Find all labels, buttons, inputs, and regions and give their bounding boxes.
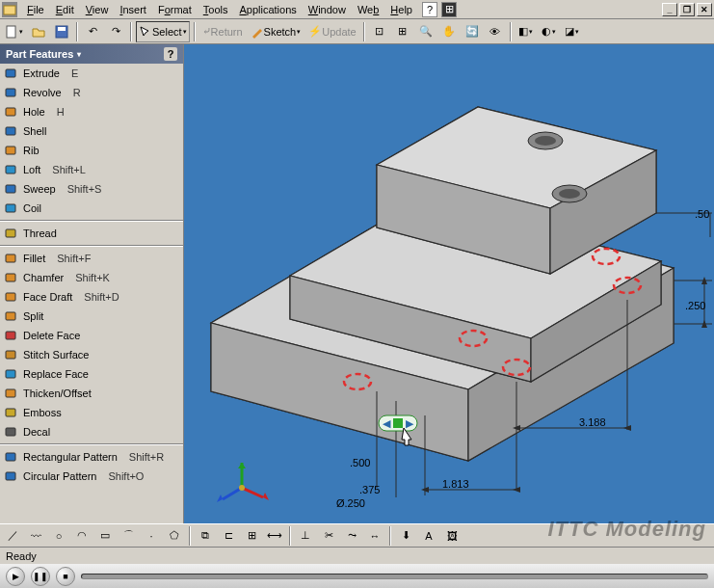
dim-500[interactable]: .500 xyxy=(350,457,370,468)
pan-button[interactable]: ✋ xyxy=(438,21,460,42)
dim-375[interactable]: .375 xyxy=(359,484,380,495)
help-icon[interactable]: ? xyxy=(422,2,437,17)
feature-shortcut: Shift+O xyxy=(108,470,144,482)
minimize-button[interactable]: _ xyxy=(662,3,677,16)
pause-button[interactable]: ❚❚ xyxy=(31,567,50,586)
line-tool[interactable]: ／ xyxy=(2,525,23,547)
rect-tool[interactable]: ▭ xyxy=(94,525,116,547)
feature-sweep[interactable]: SweepShift+S xyxy=(0,179,183,199)
svg-rect-20 xyxy=(6,389,15,397)
circle-tool[interactable]: ○ xyxy=(48,525,69,547)
dim-50[interactable]: .50 xyxy=(695,208,709,220)
part-model[interactable] xyxy=(211,107,674,461)
lookat-button[interactable]: 👁 xyxy=(485,21,506,42)
return-button[interactable]: ⤶ Return xyxy=(199,21,246,42)
svg-rect-11 xyxy=(6,204,15,212)
zoom-all-button[interactable]: ⊡ xyxy=(369,21,390,42)
constraint-tool[interactable]: ⊥ xyxy=(295,525,316,547)
menu-insert[interactable]: Insert xyxy=(114,2,152,17)
menu-help[interactable]: Help xyxy=(384,2,418,17)
redo-button[interactable]: ↷ xyxy=(105,21,126,42)
extend-tool[interactable]: ⤳ xyxy=(341,525,362,547)
restore-button[interactable]: ❐ xyxy=(679,3,695,16)
feature-revolve[interactable]: RevolveR xyxy=(0,83,183,102)
viewport-3d[interactable]: .500 .375 Ø.250 1.813 3.188 .250 .50 ◀ xyxy=(184,44,714,523)
zoom-window-button[interactable]: ⊞ xyxy=(392,21,413,42)
feature-shell[interactable]: Shell xyxy=(0,121,183,141)
dim-3188[interactable]: 3.188 xyxy=(579,416,606,428)
rib-icon xyxy=(4,143,19,158)
new-button[interactable]: ▾ xyxy=(2,21,26,42)
offset-tool[interactable]: ⊏ xyxy=(218,525,239,547)
feature-decal[interactable]: Decal xyxy=(0,422,183,441)
close-button[interactable]: ✕ xyxy=(697,3,712,16)
open-button[interactable] xyxy=(28,21,49,42)
feature-fillet[interactable]: FilletShift+F xyxy=(0,249,183,268)
select-button[interactable]: Select▾ xyxy=(136,21,190,42)
feature-thread[interactable]: Thread xyxy=(0,224,183,243)
panel-help-icon[interactable]: ? xyxy=(164,47,177,61)
project-tool[interactable]: ⬇ xyxy=(395,525,416,547)
polygon-tool[interactable]: ⬠ xyxy=(164,525,185,547)
menu-web[interactable]: Web xyxy=(352,2,384,17)
arc-tool[interactable]: ◠ xyxy=(71,525,93,547)
svg-marker-43 xyxy=(263,493,269,500)
image-tool[interactable]: 🖼 xyxy=(441,525,463,547)
seek-slider[interactable] xyxy=(81,574,708,579)
dimension-tool[interactable]: ⟷ xyxy=(264,525,285,547)
undo-button[interactable]: ↶ xyxy=(82,21,103,42)
feature-coil[interactable]: Coil xyxy=(0,199,183,218)
shaded-button[interactable]: ◧▾ xyxy=(516,21,537,42)
feature-rectangularpattern[interactable]: Rectangular PatternShift+R xyxy=(0,447,183,467)
update-button[interactable]: ⚡Update xyxy=(305,21,358,42)
feature-label: Decal xyxy=(23,426,50,438)
text-tool[interactable]: A xyxy=(418,525,439,547)
feature-split[interactable]: Split xyxy=(0,307,183,326)
feature-facedraft[interactable]: Face DraftShift+D xyxy=(0,287,183,307)
menu-tools[interactable]: Tools xyxy=(198,2,234,17)
grid-icon[interactable]: ⊞ xyxy=(441,2,457,17)
feature-extrude[interactable]: ExtrudeE xyxy=(0,64,183,83)
feature-loft[interactable]: LoftShift+L xyxy=(0,160,183,179)
mirror-tool[interactable]: ⧉ xyxy=(195,525,216,547)
menu-file[interactable]: File xyxy=(21,2,50,17)
dim-250dia[interactable]: Ø.250 xyxy=(336,497,365,509)
shadow-button[interactable]: ◪▾ xyxy=(562,21,583,42)
spline-tool[interactable]: 〰 xyxy=(25,525,46,547)
feature-thickenoffset[interactable]: Thicken/Offset xyxy=(0,384,183,403)
feature-stitchsurface[interactable]: Stitch Surface xyxy=(0,345,183,364)
menu-format[interactable]: Format xyxy=(152,2,198,17)
bottom-toolbar: ／ 〰 ○ ◠ ▭ ⌒ · ⬠ ⧉ ⊏ ⊞ ⟷ ⊥ ✂ ⤳ ↔ ⬇ A 🖼 xyxy=(0,523,714,547)
sketch-button[interactable]: Sketch▾ xyxy=(248,21,304,42)
move-tool[interactable]: ↔ xyxy=(364,525,385,547)
dim-1813[interactable]: 1.813 xyxy=(442,478,469,490)
rotate-button[interactable]: 🔄 xyxy=(462,21,483,42)
play-button[interactable]: ▶ xyxy=(6,567,25,586)
zoom-button[interactable]: 🔍 xyxy=(415,21,436,42)
feature-circularpattern[interactable]: Circular PatternShift+O xyxy=(0,467,183,486)
feature-replaceface[interactable]: Replace Face xyxy=(0,364,183,384)
stop-button[interactable]: ■ xyxy=(56,567,75,586)
move-widget[interactable]: ◀ ▶ xyxy=(379,415,417,431)
menu-applications[interactable]: Applications xyxy=(233,2,302,17)
point-tool[interactable]: · xyxy=(141,525,162,547)
feature-emboss[interactable]: Emboss xyxy=(0,403,183,422)
camera-button[interactable]: ◐▾ xyxy=(539,21,560,42)
menu-view[interactable]: View xyxy=(80,2,115,17)
save-button[interactable] xyxy=(51,21,72,42)
svg-rect-15 xyxy=(6,293,15,301)
feature-shortcut: E xyxy=(71,67,78,79)
feature-label: Revolve xyxy=(23,87,62,98)
feature-rib[interactable]: Rib xyxy=(0,141,183,160)
feature-hole[interactable]: HoleH xyxy=(0,102,183,121)
feature-deleteface[interactable]: Delete Face xyxy=(0,326,183,345)
svg-rect-23 xyxy=(6,453,15,461)
dim-250h[interactable]: .250 xyxy=(685,300,705,311)
feature-chamfer[interactable]: ChamferShift+K xyxy=(0,268,183,287)
pattern-tool[interactable]: ⊞ xyxy=(241,525,262,547)
menu-window[interactable]: Window xyxy=(303,2,352,17)
panel-header[interactable]: Part Features▾ ? xyxy=(0,44,183,64)
fillet-tool[interactable]: ⌒ xyxy=(118,525,139,547)
trim-tool[interactable]: ✂ xyxy=(318,525,339,547)
menu-edit[interactable]: Edit xyxy=(50,2,80,17)
